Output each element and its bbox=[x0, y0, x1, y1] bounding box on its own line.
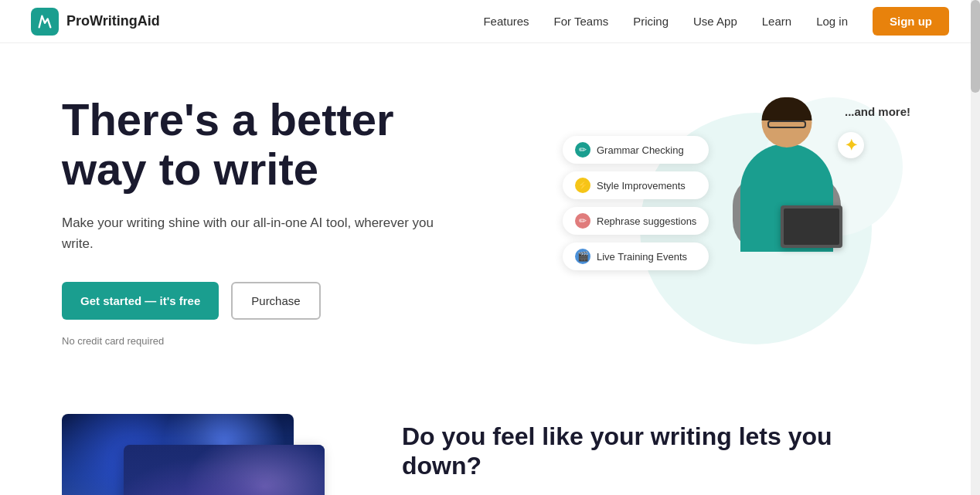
pill-style-label: Style Improvements bbox=[597, 180, 686, 192]
style-icon: ⚡ bbox=[575, 178, 590, 193]
logo-text: ProWritingAid bbox=[66, 13, 160, 29]
training-icon: 🎬 bbox=[575, 249, 590, 264]
and-more-text: ...and more! bbox=[845, 105, 910, 118]
painting-foreground bbox=[124, 445, 325, 495]
no-cc-text: No credit card required bbox=[62, 335, 464, 347]
hero-title: There's a better way to write bbox=[62, 95, 464, 194]
hero-left: There's a better way to write Make your … bbox=[62, 95, 464, 347]
pill-grammar-label: Grammar Checking bbox=[597, 144, 684, 156]
scrollbar-thumb[interactable] bbox=[971, 0, 980, 93]
section2-left: My idea in my head bbox=[62, 414, 356, 495]
nav-for-teams[interactable]: For Teams bbox=[554, 15, 609, 28]
pill-training: 🎬 Live Training Events bbox=[563, 242, 709, 270]
nav-pricing[interactable]: Pricing bbox=[633, 15, 669, 28]
nav-use-app[interactable]: Use App bbox=[693, 15, 737, 28]
swirl-art bbox=[124, 445, 325, 495]
section2-title: Do you feel like your writing lets you d… bbox=[402, 422, 918, 481]
painting-stack: My idea in my head bbox=[62, 414, 325, 495]
pill-training-label: Live Training Events bbox=[597, 251, 687, 263]
purchase-button[interactable]: Purchase bbox=[231, 282, 320, 320]
logo-link[interactable]: ProWritingAid bbox=[31, 8, 160, 36]
logo-icon bbox=[31, 8, 59, 36]
hero-right: ...and more! ✦ ✏ Grammar Checking ⚡ Styl… bbox=[594, 90, 918, 352]
pill-style: ⚡ Style Improvements bbox=[563, 171, 709, 199]
pill-rephrase: ✏ Rephrase suggestions bbox=[563, 207, 709, 235]
pill-grammar: ✏ Grammar Checking bbox=[563, 136, 709, 164]
rephrase-icon: ✏ bbox=[575, 213, 590, 229]
navbar: ProWritingAid Features For Teams Pricing… bbox=[0, 0, 980, 43]
hero-subtitle: Make your writing shine with our all-in-… bbox=[62, 212, 464, 254]
nav-features[interactable]: Features bbox=[483, 15, 529, 28]
get-started-button[interactable]: Get started — it's free bbox=[62, 282, 219, 320]
signup-button[interactable]: Sign up bbox=[873, 7, 949, 36]
hero-buttons: Get started — it's free Purchase bbox=[62, 282, 464, 320]
grammar-icon: ✏ bbox=[575, 142, 590, 158]
pill-rephrase-label: Rephrase suggestions bbox=[597, 215, 696, 227]
section2-right: Do you feel like your writing lets you d… bbox=[402, 414, 918, 495]
nav-links: Features For Teams Pricing Use App Learn… bbox=[483, 7, 949, 36]
hero-section: There's a better way to write Make your … bbox=[0, 43, 980, 383]
page-scrollbar[interactable] bbox=[971, 0, 980, 495]
section2: My idea in my head Do you feel like your… bbox=[0, 383, 980, 495]
login-button[interactable]: Log in bbox=[816, 15, 848, 28]
plus-badge: ✦ bbox=[838, 132, 864, 158]
feature-pills: ✏ Grammar Checking ⚡ Style Improvements … bbox=[563, 136, 709, 270]
hero-person-illustration bbox=[709, 97, 864, 344]
nav-learn[interactable]: Learn bbox=[762, 15, 791, 28]
